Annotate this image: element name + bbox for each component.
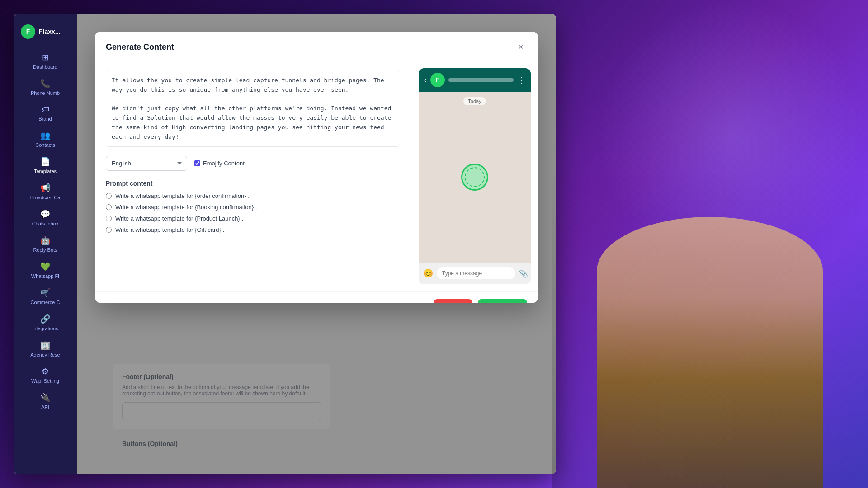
sidebar-item-chats-inbox[interactable]: 💬 Chats Inbox (14, 205, 77, 231)
whatsapp-header: ‹ F ⋮ (419, 68, 531, 92)
whatsapp-preview-panel: ‹ F ⋮ Today (411, 61, 538, 291)
controls-row: English Spanish French German Portuguese… (106, 156, 400, 171)
sidebar-item-templates[interactable]: 📄 Templates (14, 152, 77, 178)
contacts-icon: 👥 (40, 131, 50, 141)
logo-text: Flaxx... (39, 28, 60, 35)
phone-icon: 📞 (40, 79, 50, 89)
prompt-option-gift[interactable]: Write a whatsapp template for {Gift card… (106, 226, 400, 233)
modal-overlay: Generate Content × It allows the you to … (77, 14, 556, 474)
wa-more-button[interactable]: ⋮ (517, 75, 525, 85)
modal-close-button[interactable]: × (514, 41, 527, 53)
sidebar-item-broadcast[interactable]: 📢 Broadcast Ca (14, 178, 77, 205)
api-icon: 🔌 (40, 393, 50, 403)
wa-attach-button[interactable]: 📎 (519, 269, 528, 278)
sidebar-item-contacts[interactable]: 👥 Contacts (14, 126, 77, 152)
generate-button[interactable]: Generate (478, 299, 527, 303)
modal-footer: Close Generate (95, 291, 538, 303)
prompt-radio-order[interactable] (106, 193, 112, 199)
wa-input-bar: 😊 📎 ➤ (419, 263, 531, 284)
templates-icon: 📄 (40, 157, 50, 167)
prompt-option-booking[interactable]: Write a whatsapp template for {Booking c… (106, 204, 400, 211)
sidebar-item-commerce[interactable]: 🛒 Commerce C (14, 283, 77, 310)
sidebar: F Flaxx... ⊞ Dashboard 📞 Phone Numb 🏷 Br… (14, 14, 77, 474)
wa-date-badge: Today (463, 97, 486, 105)
emojify-checkbox[interactable] (194, 160, 200, 166)
wa-contact-avatar: F (430, 73, 445, 87)
broadcast-icon: 📢 (40, 183, 50, 193)
prompt-section: Prompt content Write a whatsapp template… (106, 180, 400, 233)
modal-title: Generate Content (106, 42, 174, 52)
wa-back-button[interactable]: ‹ (424, 75, 427, 85)
prompt-radio-gift[interactable] (106, 227, 112, 233)
wa-contact-name-bar (448, 78, 514, 82)
wa-chat-area: Today (419, 92, 531, 263)
main-content: Footer (Optional) Add a short line of te… (77, 14, 556, 474)
wapi-icon: ⚙ (42, 366, 49, 376)
sidebar-item-brand[interactable]: 🏷 Brand (14, 100, 77, 126)
modal-header: Generate Content × (95, 32, 538, 61)
modal-left-panel: It allows the you to create simple lead … (95, 61, 411, 291)
app-container: F Flaxx... ⊞ Dashboard 📞 Phone Numb 🏷 Br… (14, 14, 556, 474)
brand-icon: 🏷 (41, 105, 49, 114)
wa-message-input[interactable] (437, 267, 515, 279)
prompt-radio-product[interactable] (106, 216, 112, 221)
reply-bots-icon: 🤖 (40, 235, 50, 245)
sidebar-item-phone-numbers[interactable]: 📞 Phone Numb (14, 74, 77, 100)
emojify-label: Emojify Content (203, 160, 245, 167)
close-button[interactable]: Close (434, 299, 472, 303)
modal-body: It allows the you to create simple lead … (95, 61, 538, 291)
sidebar-logo: F Flaxx... (14, 21, 77, 48)
content-textarea[interactable]: It allows the you to create simple lead … (106, 70, 400, 147)
sidebar-item-integrations[interactable]: 🔗 Integrations (14, 310, 77, 336)
sidebar-item-dashboard[interactable]: ⊞ Dashboard (14, 48, 77, 74)
integrations-icon: 🔗 (40, 314, 50, 324)
logo-icon: F (21, 24, 35, 39)
sidebar-item-whatsapp-fi[interactable]: 💚 Whatsapp FI (14, 257, 77, 283)
wa-loading-inner (465, 167, 485, 187)
chats-icon: 💬 (40, 209, 50, 219)
language-select[interactable]: English Spanish French German Portuguese (106, 156, 187, 171)
emojify-checkbox-label[interactable]: Emojify Content (194, 160, 245, 167)
prompt-section-title: Prompt content (106, 180, 400, 187)
commerce-icon: 🛒 (40, 288, 50, 298)
sidebar-item-wapi[interactable]: ⚙ Wapi Setting (14, 362, 77, 388)
prompt-radio-booking[interactable] (106, 204, 112, 210)
presenter-placeholder (552, 172, 868, 488)
prompt-option-product[interactable]: Write a whatsapp template for {Product L… (106, 215, 400, 222)
wa-emoji-button[interactable]: 😊 (423, 268, 433, 278)
sidebar-item-reply-bots[interactable]: 🤖 Reply Bots (14, 231, 77, 257)
presenter-area (552, 172, 868, 488)
prompt-option-order[interactable]: Write a whatsapp template for {order con… (106, 192, 400, 199)
agency-icon: 🏢 (40, 340, 50, 350)
presenter-silhouette (597, 217, 823, 488)
dashboard-icon: ⊞ (42, 52, 49, 62)
whatsapp-phone-mockup: ‹ F ⋮ Today (419, 68, 531, 284)
generate-content-modal: Generate Content × It allows the you to … (95, 32, 538, 303)
whatsapp-icon: 💚 (40, 262, 50, 272)
sidebar-item-api[interactable]: 🔌 API (14, 388, 77, 414)
sidebar-item-agency[interactable]: 🏢 Agency Rese (14, 336, 77, 362)
wa-loading-indicator (461, 164, 488, 191)
